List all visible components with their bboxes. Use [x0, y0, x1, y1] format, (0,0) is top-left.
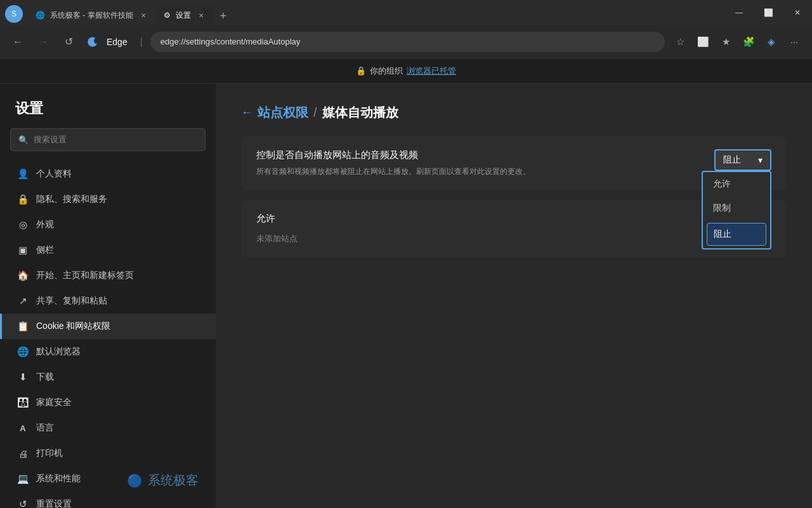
autoplay-card-text: 控制是否自动播放网站上的音频及视频 所有音频和视频播放都将被阻止在网站上播放。刷…: [256, 149, 530, 177]
family-label: 家庭安全: [36, 397, 72, 408]
dropdown-option-allow[interactable]: 允许: [703, 172, 770, 196]
dropdown-current-value: 阻止: [723, 154, 741, 166]
copilot-button[interactable]: ◈: [761, 32, 782, 52]
printing-label: 打印机: [36, 448, 63, 459]
sidebar-item-sidebar[interactable]: ▣ 侧栏: [0, 237, 216, 263]
watermark: 🔵 系统极客: [127, 472, 199, 489]
more-button[interactable]: ···: [784, 32, 804, 52]
tab1-label: 系统极客 - 掌握软件技能: [50, 10, 133, 21]
downloads-label: 下载: [36, 371, 54, 383]
window-controls: — ⬜ ✕: [724, 0, 812, 25]
sidebar-item-appearance[interactable]: ◎ 外观: [0, 212, 216, 237]
languages-label: 语言: [36, 422, 54, 434]
avatar[interactable]: S: [5, 5, 23, 23]
sidebar-item-default-browser[interactable]: 🌐 默认浏览器: [0, 339, 216, 364]
sidebar-title: 设置: [0, 99, 216, 128]
share-label: 共享、复制和粘贴: [36, 295, 107, 307]
content-area: ← 站点权限 / 媒体自动播放 控制是否自动播放网站上的音频及视频 所有音频和视…: [216, 84, 812, 508]
notif-text: 你的组织: [370, 65, 403, 77]
extensions-button[interactable]: 🧩: [738, 32, 759, 52]
option-allow-label: 允许: [713, 178, 731, 190]
new-tab-button[interactable]: +: [214, 6, 233, 25]
profile-icon: 👤: [17, 168, 29, 180]
languages-icon: A: [17, 422, 29, 434]
sidebar: 设置 🔍 搜索设置 👤 个人资料 🔒 隐私、搜索和服务 ◎ 外观 ▣ 侧栏 🏠 …: [0, 84, 216, 508]
dropdown-option-block[interactable]: 阻止: [707, 223, 766, 246]
sidebar-item-languages[interactable]: A 语言: [0, 415, 216, 441]
star-button[interactable]: ☆: [670, 32, 690, 52]
reset-label: 重置设置: [36, 498, 72, 508]
family-icon: 👨‍👩‍👧: [17, 397, 29, 408]
back-button[interactable]: ←: [8, 32, 28, 52]
reload-button[interactable]: ↺: [58, 32, 79, 52]
forward-button[interactable]: →: [33, 32, 53, 52]
search-box[interactable]: 🔍 搜索设置: [10, 128, 206, 151]
option-limit-label: 限制: [713, 203, 731, 214]
appearance-icon: ◎: [17, 219, 29, 231]
tab1-favicon: 🌐: [36, 11, 45, 20]
search-icon: 🔍: [18, 135, 29, 145]
tab-systemgeek[interactable]: 🌐 系统极客 - 掌握软件技能 ✕: [28, 5, 156, 25]
watermark-icon: 🔵: [127, 473, 143, 488]
sidebar-item-printing[interactable]: 🖨 打印机: [0, 441, 216, 466]
sidebar-item-family[interactable]: 👨‍👩‍👧 家庭安全: [0, 390, 216, 415]
sidebar-item-startup[interactable]: 🏠 开始、主页和新建标签页: [0, 263, 216, 288]
sidebar-item-reset[interactable]: ↺ 重置设置: [0, 491, 216, 508]
downloads-icon: ⬇: [17, 371, 29, 383]
system-label: 系统和性能: [36, 473, 81, 485]
breadcrumb-separator: /: [313, 105, 317, 120]
tab1-close[interactable]: ✕: [138, 10, 148, 20]
sidebar-item-share[interactable]: ↗ 共享、复制和粘贴: [0, 288, 216, 314]
notification-bar: 🔒 你的组织 浏览器已托管: [0, 58, 812, 84]
default-browser-label: 默认浏览器: [36, 346, 81, 358]
notif-link[interactable]: 浏览器已托管: [407, 65, 456, 77]
startup-label: 开始、主页和新建标签页: [36, 270, 134, 281]
edge-logo-icon: [86, 36, 99, 48]
url-text: edge://settings/content/mediaAutoplay: [160, 37, 655, 46]
favorites-button[interactable]: ★: [716, 32, 736, 52]
tab2-label: 设置: [176, 10, 191, 21]
sidebar-item-profile[interactable]: 👤 个人资料: [0, 161, 216, 187]
minimize-button[interactable]: —: [724, 3, 754, 23]
appearance-label: 外观: [36, 219, 54, 231]
sidebar-item-privacy[interactable]: 🔒 隐私、搜索和服务: [0, 187, 216, 212]
main-layout: 设置 🔍 搜索设置 👤 个人资料 🔒 隐私、搜索和服务 ◎ 外观 ▣ 侧栏 🏠 …: [0, 84, 812, 508]
privacy-icon: 🔒: [17, 194, 29, 205]
privacy-label: 隐私、搜索和服务: [36, 194, 107, 205]
addressbar: ← → ↺ Edge | edge://settings/content/med…: [0, 25, 812, 58]
autoplay-dropdown-container: 阻止 ▾ 允许 限制 阻止: [714, 149, 771, 171]
breadcrumb-link[interactable]: 站点权限: [258, 104, 308, 121]
tab2-close[interactable]: ✕: [196, 10, 206, 20]
tab-list: S 🌐 系统极客 - 掌握软件技能 ✕ ⚙ 设置 ✕ +: [0, 0, 724, 25]
sidebar-icon: ▣: [17, 244, 29, 256]
sidebar-item-cookies[interactable]: 📋 Cookie 和网站权限: [0, 314, 216, 339]
tab-settings[interactable]: ⚙ 设置 ✕: [156, 5, 214, 25]
close-button[interactable]: ✕: [783, 3, 812, 23]
cookies-icon: 📋: [17, 321, 29, 332]
sidebar-nav-label: 侧栏: [36, 244, 54, 256]
sidebar-item-downloads[interactable]: ⬇ 下载: [0, 364, 216, 390]
autoplay-card-title: 控制是否自动播放网站上的音频及视频: [256, 149, 530, 161]
toolbar-icons: ☆ ⬜ ★ 🧩 ◈ ···: [670, 32, 804, 52]
search-placeholder: 搜索设置: [34, 134, 67, 145]
allow-section-empty: 未添加站点: [256, 234, 298, 243]
autoplay-card-description: 所有音频和视频播放都将被阻止在网站上播放。刷新页面以查看对此设置的更改。: [256, 166, 530, 177]
url-bar[interactable]: edge://settings/content/mediaAutoplay: [150, 32, 665, 52]
dropdown-chevron-icon: ▾: [758, 155, 763, 165]
autoplay-dropdown-menu: 允许 限制 阻止: [702, 171, 771, 250]
breadcrumb-back-button[interactable]: ←: [241, 106, 252, 119]
printing-icon: 🖨: [17, 448, 29, 459]
cookies-label: Cookie 和网站权限: [36, 321, 110, 332]
edge-label: Edge: [107, 37, 128, 47]
system-icon: 💻: [17, 473, 29, 485]
maximize-button[interactable]: ⬜: [754, 3, 783, 23]
default-browser-icon: 🌐: [17, 346, 29, 358]
tab-search-button[interactable]: ⬜: [693, 32, 713, 52]
breadcrumb: ← 站点权限 / 媒体自动播放: [241, 104, 787, 121]
dropdown-option-limit[interactable]: 限制: [703, 196, 770, 220]
autoplay-settings-card: 控制是否自动播放网站上的音频及视频 所有音频和视频播放都将被阻止在网站上播放。刷…: [241, 137, 787, 190]
autoplay-dropdown-button[interactable]: 阻止 ▾: [714, 149, 771, 171]
option-block-label: 阻止: [714, 229, 731, 240]
watermark-text: 系统极客: [148, 472, 199, 489]
reset-icon: ↺: [17, 498, 29, 508]
